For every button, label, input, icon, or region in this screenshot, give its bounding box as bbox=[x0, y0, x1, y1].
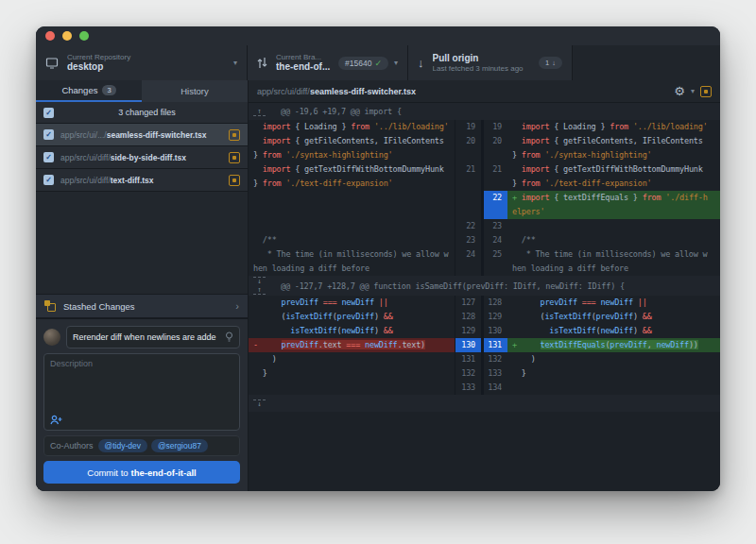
diff-old-code: isTextDiff(newDiff) && bbox=[249, 324, 455, 338]
old-line-number[interactable]: 22 bbox=[455, 219, 481, 233]
diff-old-code: * The time (in milliseconds) we allow w … bbox=[249, 247, 455, 276]
file-checkbox[interactable]: ✓ bbox=[43, 152, 54, 162]
file-path: app/src/ui/diff/text-diff.tsx bbox=[60, 176, 222, 185]
diff-row[interactable]: (isTextDiff(prevDiff) &&128129 (isTextDi… bbox=[249, 310, 720, 324]
diff-old-code: (isTextDiff(prevDiff) && bbox=[249, 310, 455, 324]
new-line-number[interactable]: 130 bbox=[481, 324, 507, 338]
old-line-number[interactable]: 19 bbox=[455, 120, 481, 134]
old-line-number[interactable] bbox=[455, 191, 481, 219]
file-checkbox[interactable]: ✓ bbox=[43, 129, 54, 140]
diff-row[interactable]: - prevDiff.text === newDiff.text)130131+… bbox=[249, 338, 720, 352]
coauthor-pill[interactable]: @tidy-dev bbox=[98, 439, 147, 452]
new-line-number[interactable]: 25 bbox=[481, 247, 507, 276]
new-line-number[interactable]: 128 bbox=[481, 296, 507, 310]
current-branch-button[interactable]: Current Bra... the-end-of... #15640 ✓ ▾ bbox=[248, 45, 408, 80]
diff-old-code: prevDiff === newDiff || bbox=[249, 296, 455, 310]
old-line-number[interactable]: 132 bbox=[455, 366, 481, 381]
diff-row[interactable]: 22+ import { textDiffEquals } from './di… bbox=[249, 191, 720, 219]
expand-up-icon[interactable]: ↑ bbox=[253, 108, 266, 116]
file-row[interactable]: ✓app/src/ui/.../seamless-diff-switcher.t… bbox=[36, 124, 248, 146]
new-line-number[interactable]: 19 bbox=[481, 120, 507, 134]
commit-button[interactable]: Commit tothe-end-of-it-all bbox=[43, 461, 240, 484]
old-line-number[interactable]: 130 bbox=[455, 338, 481, 352]
diff-new-code bbox=[507, 219, 720, 233]
old-line-number[interactable]: 127 bbox=[455, 296, 481, 310]
close-window-button[interactable] bbox=[45, 31, 55, 41]
hunk-header-text: @@ -127,7 +128,7 @@ function isSameDiff(… bbox=[281, 281, 625, 291]
new-line-number[interactable]: 24 bbox=[481, 233, 507, 247]
expand-down-icon[interactable]: ↓ bbox=[253, 277, 266, 285]
new-line-number[interactable]: 21 bbox=[481, 162, 507, 191]
new-line-number[interactable]: 134 bbox=[481, 381, 507, 395]
file-path: app/src/ui/.../seamless-diff-switcher.ts… bbox=[60, 130, 222, 140]
tab-badge: 3 bbox=[102, 85, 115, 95]
chevron-down-icon: ▾ bbox=[394, 59, 398, 67]
diff-old-code: } bbox=[249, 366, 455, 381]
coauthor-pill[interactable]: @sergiou87 bbox=[151, 439, 208, 452]
file-checkbox[interactable]: ✓ bbox=[43, 175, 54, 185]
commit-form: Rerender diff when newlines are adde Des… bbox=[36, 318, 248, 491]
add-coauthor-icon[interactable] bbox=[50, 415, 233, 425]
tab-history[interactable]: History bbox=[142, 80, 248, 102]
stashed-changes-row[interactable]: Stashed Changes › bbox=[36, 294, 248, 318]
diff-old-code bbox=[249, 191, 455, 219]
commit-description-input[interactable]: Description bbox=[43, 353, 240, 431]
old-line-number[interactable]: 128 bbox=[455, 310, 481, 324]
old-line-number[interactable]: 133 bbox=[455, 381, 481, 395]
commit-summary-input[interactable]: Rerender diff when newlines are adde bbox=[66, 326, 240, 348]
old-line-number[interactable]: 20 bbox=[455, 134, 481, 162]
expand-up-icon[interactable]: ↑ bbox=[253, 286, 266, 295]
diff-row[interactable]: /**2324 /** bbox=[249, 233, 720, 247]
file-row[interactable]: ✓app/src/ui/diff/side-by-side-diff.tsx bbox=[36, 146, 248, 169]
new-line-number[interactable]: 129 bbox=[481, 310, 507, 324]
new-line-number[interactable]: 23 bbox=[481, 219, 507, 233]
diff-pane: app/src/ui/diff/seamless-diff-switcher.t… bbox=[249, 80, 720, 491]
pull-count-badge: 1↓ bbox=[539, 57, 562, 69]
pull-origin-button[interactable]: ↓ Pull origin Last fetched 3 minutes ago… bbox=[408, 45, 573, 80]
stash-icon bbox=[44, 300, 56, 312]
select-all-checkbox[interactable]: ✓ bbox=[43, 108, 54, 118]
file-row[interactable]: ✓app/src/ui/diff/text-diff.tsx bbox=[36, 169, 248, 192]
new-line-number[interactable]: 20 bbox=[481, 134, 507, 162]
expand-down-icon[interactable]: ↓ bbox=[253, 400, 266, 408]
diff-old-code: /** bbox=[249, 233, 455, 247]
hunk-header: ↓↑@@ -127,7 +128,7 @@ function isSameDif… bbox=[249, 276, 720, 296]
old-line-number[interactable]: 23 bbox=[455, 233, 481, 247]
diff-content[interactable]: ↑@@ -19,6 +19,7 @@ import { import { Loa… bbox=[249, 103, 720, 491]
changed-files-count: 3 changed files bbox=[54, 108, 240, 117]
new-line-number[interactable]: 131 bbox=[481, 338, 507, 352]
diff-row[interactable]: )131132 ) bbox=[249, 352, 720, 366]
diff-old-code: import { Loading } from '../lib/loading' bbox=[249, 120, 455, 134]
chevron-right-icon: › bbox=[235, 300, 239, 312]
diff-old-code: ) bbox=[249, 352, 455, 366]
tab-changes[interactable]: Changes3 bbox=[36, 80, 142, 102]
new-line-number[interactable]: 22 bbox=[481, 191, 507, 219]
diff-row[interactable]: import { Loading } from '../lib/loading'… bbox=[249, 120, 720, 134]
chevron-down-icon[interactable]: ▾ bbox=[691, 87, 695, 95]
pull-origin-title: Pull origin bbox=[433, 53, 540, 64]
old-line-number[interactable]: 129 bbox=[455, 324, 481, 338]
old-line-number[interactable]: 21 bbox=[455, 162, 481, 191]
diff-row[interactable]: 2223 bbox=[249, 219, 720, 233]
new-line-number[interactable]: 132 bbox=[481, 352, 507, 366]
app-window: Current Repository desktop ▾ Current Bra… bbox=[36, 26, 720, 491]
diff-old-code: import { getTextDiffWithBottomDummyHunk … bbox=[249, 162, 455, 191]
old-line-number[interactable]: 131 bbox=[455, 352, 481, 366]
diff-new-code: (isTextDiff(prevDiff) && bbox=[507, 310, 720, 324]
diff-row[interactable]: prevDiff === newDiff ||127128 prevDiff =… bbox=[249, 296, 720, 310]
diff-row[interactable]: import { getTextDiffWithBottomDummyHunk … bbox=[249, 162, 720, 191]
minimize-window-button[interactable] bbox=[62, 31, 72, 41]
diff-row[interactable]: * The time (in milliseconds) we allow w … bbox=[249, 247, 720, 276]
lightbulb-icon[interactable] bbox=[225, 332, 233, 343]
diff-row[interactable]: import { getFileContents, IFileContents … bbox=[249, 134, 720, 162]
new-line-number[interactable]: 133 bbox=[481, 366, 507, 381]
check-icon: ✓ bbox=[374, 59, 382, 68]
maximize-window-button[interactable] bbox=[79, 31, 89, 41]
old-line-number[interactable]: 24 bbox=[455, 247, 481, 276]
diff-row[interactable]: 133134 bbox=[249, 381, 720, 395]
diff-row[interactable]: }132133 } bbox=[249, 366, 720, 381]
current-repository-button[interactable]: Current Repository desktop ▾ bbox=[36, 45, 248, 80]
diff-row[interactable]: isTextDiff(newDiff) &&129130 isTextDiff(… bbox=[249, 324, 720, 338]
coauthors-row[interactable]: Co-Authors @tidy-dev@sergiou87 bbox=[43, 435, 240, 456]
gear-icon[interactable]: ⚙ bbox=[674, 85, 685, 97]
